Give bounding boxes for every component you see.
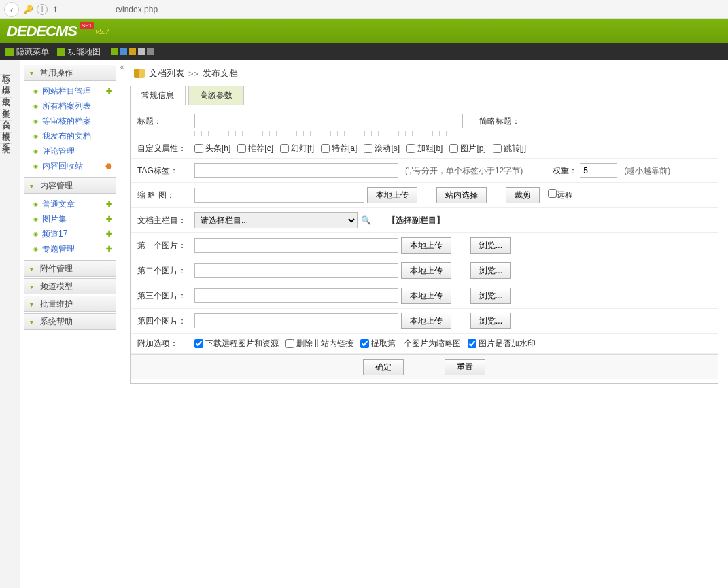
tab-normal[interactable]: 常规信息 <box>130 86 186 105</box>
thumb-input[interactable] <box>194 188 364 203</box>
img2-browse[interactable]: 浏览... <box>470 262 511 279</box>
theme-orange[interactable] <box>129 48 136 55</box>
sidebar: « 常用操作 网站栏目管理✚ 所有档案列表 等审核的档案 我发布的文档 评论管理… <box>20 60 120 588</box>
attr-p[interactable]: 图片[p] <box>449 143 485 154</box>
thumb-remote[interactable]: 远程 <box>548 189 573 201</box>
header: DEDECMS SP1 v5.7 <box>0 19 728 43</box>
grid-icon <box>5 48 14 56</box>
weight-input[interactable] <box>580 163 617 178</box>
sitemap-button[interactable]: 功能地图 <box>57 46 101 58</box>
crumb-list-link[interactable]: 文档列表 <box>149 67 184 80</box>
reset-button[interactable]: 重置 <box>445 359 485 375</box>
opt-delout[interactable]: 删除非站内链接 <box>285 338 353 349</box>
sidebar-item-images[interactable]: 图片集✚ <box>24 211 116 226</box>
thumb-local-upload[interactable]: 本地上传 <box>367 187 417 203</box>
sidebar-item-archives[interactable]: 所有档案列表 <box>24 99 116 114</box>
sidebar-item-channel17[interactable]: 频道17✚ <box>24 226 116 241</box>
thumb-label: 缩 略 图： <box>137 190 192 201</box>
tag-input[interactable] <box>194 163 398 178</box>
crumb-current: 发布文档 <box>203 67 238 80</box>
img2-label: 第二个图片： <box>137 265 192 277</box>
submit-button[interactable]: 确定 <box>363 359 404 375</box>
section-batch[interactable]: 批量维护 <box>24 296 116 312</box>
info-icon[interactable]: i <box>37 4 48 15</box>
hide-menu-button[interactable]: 隐藏菜单 <box>5 46 49 58</box>
img4-input[interactable] <box>194 313 398 328</box>
channel-select[interactable]: 请选择栏目... <box>194 212 358 228</box>
title-ruler <box>188 131 456 136</box>
img2-input[interactable] <box>194 263 398 278</box>
extra-label: 附加选项： <box>137 338 192 349</box>
main-content: 文档列表 >> 发布文档 常规信息 高级参数 标题： 简略标题： 自定义属性： … <box>120 60 728 588</box>
opt-download[interactable]: 下载远程图片和资源 <box>194 338 279 349</box>
theme-green[interactable] <box>111 48 118 55</box>
title-input[interactable] <box>194 114 463 128</box>
short-title-input[interactable] <box>523 114 631 128</box>
attr-s[interactable]: 滚动[s] <box>364 143 400 154</box>
plus-icon[interactable]: ✚ <box>106 215 112 224</box>
logo-version: v5.7 <box>95 27 109 35</box>
plus-icon[interactable]: ✚ <box>106 87 112 96</box>
theme-gray[interactable] <box>138 48 145 55</box>
img4-upload[interactable]: 本地上传 <box>401 313 451 329</box>
nav-generate[interactable]: 生成 <box>0 86 12 98</box>
grid-icon <box>57 48 65 56</box>
attr-a[interactable]: 特荐[a] <box>321 143 357 154</box>
section-help[interactable]: 系统帮助 <box>24 313 116 330</box>
plus-icon[interactable]: ✚ <box>106 230 112 239</box>
sitemap-label: 功能地图 <box>68 46 101 58</box>
opt-watermark[interactable]: 图片是否加水印 <box>468 338 536 349</box>
nav-collect[interactable]: 采集 <box>0 98 12 109</box>
img1-browse[interactable]: 浏览... <box>470 237 511 254</box>
sidebar-item-topics[interactable]: 专题管理✚ <box>24 241 116 256</box>
left-nav: 核心 模块 生成 采集 会员 模板 系统 <box>0 60 20 588</box>
nav-member[interactable]: 会员 <box>0 109 12 121</box>
attr-c[interactable]: 推荐[c] <box>237 143 273 154</box>
theme-blue[interactable] <box>120 48 127 55</box>
attr-j[interactable]: 跳转[j] <box>493 143 526 154</box>
sidebar-item-columns[interactable]: 网站栏目管理✚ <box>24 84 116 99</box>
section-content[interactable]: 内容管理 <box>24 177 116 194</box>
section-common[interactable]: 常用操作 <box>24 65 116 81</box>
nav-module[interactable]: 模块 <box>0 75 12 86</box>
nav-template[interactable]: 模板 <box>0 121 12 133</box>
theme-dark[interactable] <box>147 48 154 55</box>
breadcrumb: 文档列表 >> 发布文档 <box>130 67 718 80</box>
title-label: 标题： <box>137 116 192 127</box>
section-attachment[interactable]: 附件管理 <box>24 260 116 277</box>
attr-f[interactable]: 幻灯[f] <box>280 143 314 154</box>
sidebar-item-comments[interactable]: 评论管理 <box>24 143 116 158</box>
plus-icon[interactable]: ✚ <box>106 200 112 209</box>
img3-input[interactable] <box>194 288 398 303</box>
collapse-icon[interactable]: « <box>120 63 124 71</box>
browser-bar: ‹ 🔑 i <box>0 0 728 19</box>
img3-label: 第三个图片： <box>137 290 192 302</box>
thumb-crop[interactable]: 裁剪 <box>506 187 540 203</box>
nav-core[interactable]: 核心 <box>0 63 12 75</box>
img3-browse[interactable]: 浏览... <box>470 288 511 304</box>
tab-advanced[interactable]: 高级参数 <box>188 86 244 105</box>
img1-input[interactable] <box>194 238 398 253</box>
img1-upload[interactable]: 本地上传 <box>401 237 451 254</box>
magnifier-icon[interactable]: 🔍 <box>360 215 371 226</box>
img4-label: 第四个图片： <box>137 315 192 327</box>
back-button[interactable]: ‹ <box>4 2 19 17</box>
img3-upload[interactable]: 本地上传 <box>401 288 451 304</box>
sidebar-item-pending[interactable]: 等审核的档案 <box>24 114 116 128</box>
attr-b[interactable]: 加粗[b] <box>406 143 443 154</box>
img4-browse[interactable]: 浏览... <box>470 313 511 329</box>
attr-h[interactable]: 头条[h] <box>194 143 230 154</box>
book-icon <box>134 69 145 78</box>
key-icon: 🔑 <box>22 3 34 16</box>
section-channel-model[interactable]: 频道模型 <box>24 278 116 294</box>
sidebar-item-mydocs[interactable]: 我发布的文档 <box>24 128 116 143</box>
opt-thumb[interactable]: 提取第一个图片为缩略图 <box>360 338 461 349</box>
sub-channel-link[interactable]: 【选择副栏目】 <box>387 215 445 226</box>
sidebar-item-article[interactable]: 普通文章✚ <box>24 196 116 211</box>
plus-icon[interactable]: ✚ <box>106 245 112 254</box>
sidebar-item-recycle[interactable]: 内容回收站⬣ <box>24 158 116 173</box>
url-input[interactable] <box>50 2 724 17</box>
img2-upload[interactable]: 本地上传 <box>401 262 451 279</box>
nav-system[interactable]: 系统 <box>0 133 12 144</box>
thumb-site-select[interactable]: 站内选择 <box>436 187 487 203</box>
